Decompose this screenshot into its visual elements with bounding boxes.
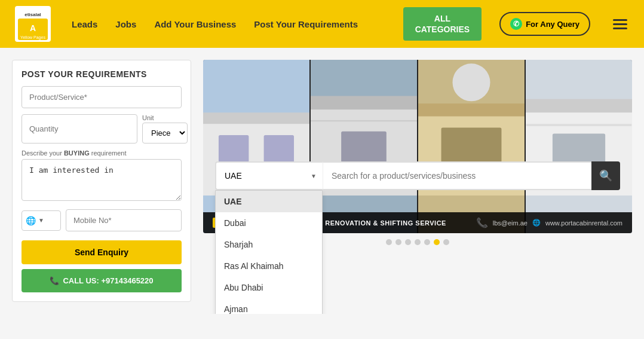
describe-label: Describe your BUYING requirement (22, 149, 182, 157)
description-textarea[interactable]: I am interested in (22, 159, 182, 201)
search-bar: UAE Dubai Sharjah Ras Al Khaimah Abu Dha… (203, 161, 632, 190)
svg-rect-14 (311, 120, 417, 122)
nav-jobs[interactable]: Jobs (115, 19, 136, 29)
svg-point-20 (452, 63, 490, 101)
nav-post-requirements[interactable]: Post Your Requirements (254, 19, 358, 29)
pagination-dot-5[interactable] (424, 239, 430, 245)
mobile-input[interactable] (66, 209, 182, 231)
country-code-select[interactable]: 🌐 ▼ (22, 210, 61, 231)
for-any-query-button[interactable]: ✆ For Any Query (499, 12, 590, 36)
unit-label: Unit (142, 114, 188, 121)
svg-rect-18 (418, 103, 525, 116)
svg-rect-8 (203, 112, 309, 124)
svg-rect-23 (526, 99, 632, 113)
search-icon: 🔍 (599, 169, 612, 182)
chevron-down-icon: ▼ (38, 217, 44, 224)
dropdown-item-dubai[interactable]: Dubai (216, 212, 322, 234)
svg-text:etisalat: etisalat (24, 12, 41, 17)
country-mobile-row: 🌐 ▼ (22, 209, 182, 231)
hamburger-line-3 (613, 28, 627, 29)
dropdown-item-ajman[interactable]: Ajman (216, 298, 322, 314)
send-enquiry-button[interactable]: Send Enquiry (22, 240, 182, 264)
pagination-dot-1[interactable] (386, 239, 392, 245)
hamburger-line-2 (613, 23, 627, 25)
search-input[interactable] (323, 161, 591, 190)
whatsapp-icon: ✆ (510, 18, 522, 30)
main-nav: Leads Jobs Add Your Business Post Your R… (72, 19, 385, 29)
dropdown-item-uae[interactable]: UAE (216, 191, 322, 212)
svg-rect-24 (526, 124, 632, 126)
nav-leads[interactable]: Leads (72, 19, 97, 29)
pagination-dot-3[interactable] (405, 239, 411, 245)
all-categories-button[interactable]: ALL CATEGORIES (403, 7, 482, 41)
location-select[interactable]: UAE Dubai Sharjah Ras Al Khaimah Abu Dha… (215, 161, 323, 190)
flag-icon: 🌐 (26, 216, 36, 225)
form-title: POST YOUR REQUIREMENTS (22, 69, 182, 79)
telephone-icon: 📞 (476, 217, 488, 228)
header: etisalat A Yellow Pages Leads Jobs Add Y… (0, 0, 644, 48)
banner-image-2 (311, 60, 418, 233)
post-requirements-panel: POST YOUR REQUIREMENTS Unit Piece Kg Lit… (12, 60, 191, 302)
quantity-input[interactable] (22, 114, 137, 143)
banner-contact-info: 📞 lbs@eim.ae 🌐 www.portacabinrental.com (476, 217, 622, 228)
pagination-dot-4[interactable] (415, 239, 421, 245)
search-button[interactable]: 🔍 (591, 161, 620, 190)
hamburger-line-1 (613, 19, 627, 21)
description-wrap: Describe your BUYING requirement I am in… (22, 149, 182, 203)
right-content-area: PREF ABIN BUILDERS, RENOVATION & SHIFTIN… (203, 60, 632, 302)
pagination-dot-2[interactable] (395, 239, 401, 245)
pagination-dot-6[interactable] (434, 239, 440, 245)
quantity-unit-row: Unit Piece Kg Litre Meter Box (22, 114, 182, 143)
dropdown-item-sharjah[interactable]: Sharjah (216, 234, 322, 255)
location-select-wrapper: UAE Dubai Sharjah Ras Al Khaimah Abu Dha… (215, 161, 323, 190)
globe-icon: 🌐 (532, 219, 541, 227)
unit-select-wrapper: Unit Piece Kg Litre Meter Box (142, 114, 188, 143)
banner-email: lbs@eim.ae (493, 219, 528, 227)
call-us-button[interactable]: 📞 CALL US: +97143465220 (22, 269, 182, 292)
svg-text:Yellow Pages: Yellow Pages (20, 35, 45, 40)
phone-icon: 📞 (50, 276, 59, 285)
banner-image-3 (418, 60, 526, 233)
banner-website: www.portacabinrental.com (545, 219, 622, 227)
nav-add-business[interactable]: Add Your Business (154, 19, 236, 29)
pagination-dot-7[interactable] (443, 239, 449, 245)
for-any-query-label: For Any Query (526, 20, 579, 29)
svg-rect-13 (311, 96, 417, 110)
banner-image-4 (526, 60, 632, 233)
unit-select[interactable]: Piece Kg Litre Meter Box (142, 123, 188, 143)
svg-text:A: A (30, 23, 36, 33)
product-service-input[interactable] (22, 86, 182, 108)
logo[interactable]: etisalat A Yellow Pages (12, 3, 54, 45)
hamburger-menu-button[interactable] (608, 14, 632, 34)
location-dropdown: UAE Dubai Sharjah Ras Al Khaimah Abu Dha… (215, 190, 323, 314)
main-content: POST YOUR REQUIREMENTS Unit Piece Kg Lit… (0, 48, 644, 314)
dropdown-item-ras-al-khaimah[interactable]: Ras Al Khaimah (216, 255, 322, 277)
dropdown-item-abu-dhabi[interactable]: Abu Dhabi (216, 277, 322, 298)
